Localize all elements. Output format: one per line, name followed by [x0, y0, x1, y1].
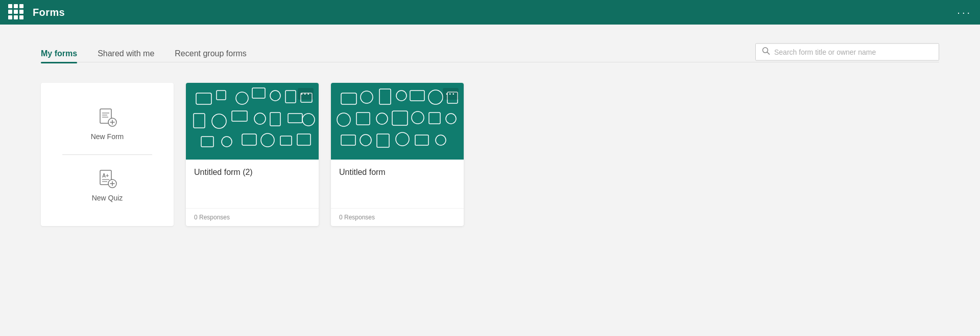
search-input[interactable]: [774, 48, 933, 56]
more-options-button[interactable]: ···: [957, 7, 972, 18]
app-title: Forms: [33, 7, 65, 18]
svg-point-43: [337, 113, 350, 126]
svg-rect-52: [377, 134, 389, 147]
search-box: [755, 43, 939, 61]
svg-point-33: [261, 133, 274, 147]
svg-point-18: [236, 92, 248, 104]
svg-point-20: [270, 91, 280, 101]
svg-rect-38: [379, 89, 391, 104]
search-wrapper: [755, 43, 939, 61]
form-card-thumbnail: ···: [331, 83, 464, 160]
form-card[interactable]: ··· Untitled form (2) 0 Responses: [186, 83, 319, 226]
svg-text:A+: A+: [102, 173, 109, 178]
svg-point-45: [376, 113, 388, 124]
new-item-card: New Form A+ New Quiz: [41, 83, 174, 226]
svg-rect-30: [201, 137, 213, 147]
svg-point-24: [212, 114, 226, 128]
tab-recent-group-forms[interactable]: Recent group forms: [175, 45, 247, 62]
svg-rect-32: [242, 134, 256, 145]
svg-point-39: [396, 91, 407, 101]
svg-point-51: [360, 135, 371, 146]
form-card-body: Untitled form (2): [186, 160, 319, 196]
svg-rect-50: [341, 135, 355, 145]
new-quiz-button[interactable]: A+ New Quiz: [51, 155, 163, 216]
svg-point-31: [222, 137, 232, 147]
svg-point-55: [436, 135, 446, 145]
svg-rect-28: [288, 114, 302, 123]
svg-rect-27: [270, 113, 280, 126]
svg-rect-40: [410, 91, 424, 101]
svg-rect-19: [252, 88, 265, 98]
tab-my-forms[interactable]: My forms: [41, 45, 77, 62]
form-card-thumbnail: ···: [186, 83, 319, 160]
svg-rect-48: [429, 113, 440, 124]
main-content: My forms Shared with me Recent group for…: [0, 25, 980, 247]
new-form-label: New Form: [91, 132, 124, 141]
svg-rect-21: [285, 91, 296, 103]
svg-line-1: [768, 52, 770, 54]
waffle-icon[interactable]: [8, 4, 25, 20]
svg-point-53: [396, 132, 409, 146]
form-card-menu-button[interactable]: ···: [298, 88, 314, 100]
form-card-menu-button[interactable]: ···: [443, 88, 459, 100]
svg-rect-35: [297, 134, 310, 145]
form-add-icon: [97, 107, 117, 127]
form-card-body: Untitled form: [331, 160, 464, 196]
topbar: Forms ···: [0, 0, 980, 25]
svg-rect-44: [356, 113, 370, 125]
svg-point-26: [254, 113, 266, 124]
form-card-responses: 0 Responses: [186, 208, 319, 226]
svg-rect-17: [217, 91, 226, 100]
cards-grid: New Form A+ New Quiz: [41, 83, 939, 226]
svg-rect-23: [194, 114, 205, 128]
svg-point-29: [302, 114, 315, 126]
svg-point-41: [428, 90, 443, 104]
svg-rect-46: [392, 111, 408, 125]
svg-rect-16: [196, 93, 211, 104]
new-quiz-label: New Quiz: [92, 194, 123, 202]
tab-shared-with-me[interactable]: Shared with me: [98, 45, 154, 62]
search-icon: [762, 47, 770, 57]
form-card[interactable]: ··· Untitled form 0 Responses: [331, 83, 464, 226]
svg-point-37: [361, 91, 373, 103]
svg-rect-34: [280, 136, 292, 145]
svg-point-47: [412, 111, 424, 124]
new-form-button[interactable]: New Form: [51, 93, 163, 154]
svg-rect-36: [341, 93, 356, 104]
quiz-add-icon: A+: [97, 168, 117, 189]
svg-rect-25: [232, 111, 247, 121]
form-card-responses: 0 Responses: [331, 208, 464, 226]
form-card-title: Untitled form (2): [194, 168, 310, 177]
svg-rect-54: [415, 135, 428, 145]
svg-point-49: [446, 114, 456, 124]
form-card-title: Untitled form: [339, 168, 456, 177]
